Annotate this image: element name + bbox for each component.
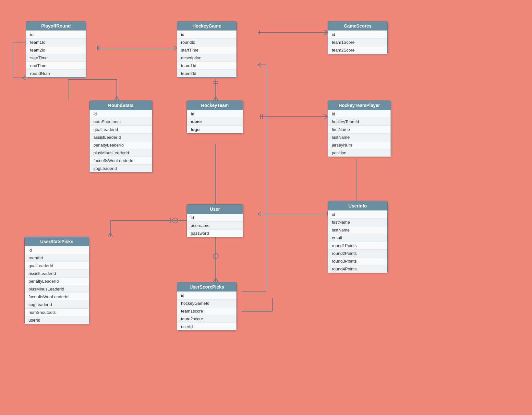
field-playoffround-team2id: team2Id [26,46,86,54]
entity-userinfo-header: UserInfo [328,201,387,210]
field-hockeygame-description: description [177,54,236,62]
field-playoffround-id: id [26,30,86,38]
field-roundstats-assistleaderid: assistLeaderId [90,133,152,141]
svg-line-50 [258,65,261,67]
field-roundstats-plusminusleaderid: plusMinusLeaderId [90,149,152,157]
field-user-password: password [187,229,243,237]
entity-hockeyteam: HockeyTeam id name logo [187,101,243,134]
field-roundstats-sogleaderid: sogLeaderId [90,164,152,172]
field-userstatspicks-plusminusleaderid: plusMinusLeaderId [25,285,89,293]
field-userstatspicks-sogleaderid: sogLeaderId [25,301,89,308]
field-userscorepicks-userid: userId [177,323,236,330]
field-userinfo-round3points: round3Points [328,257,387,265]
field-userinfo-lastname: lastName [328,226,387,234]
entity-userstatspicks-header: UserStatsPicks [25,237,89,246]
entity-user-header: User [187,205,243,214]
field-hockeyteam-logo: logo [187,125,243,133]
field-userstatspicks-userid: userId [25,316,89,324]
svg-line-5 [174,48,177,50]
field-roundstats-id: id [90,110,152,118]
field-gamescores-team1score: team1Score [328,38,387,46]
field-userinfo-firstname: firstName [328,218,387,226]
field-playoffround-starttime: startTime [26,54,86,62]
svg-line-44 [216,278,218,282]
field-userstatspicks-id: id [25,246,89,254]
svg-line-18 [213,96,216,101]
svg-line-14 [115,96,117,101]
field-userstatspicks-numshoutouts: numShoutouts [25,308,89,316]
field-hockeyteamplayer-lastname: lastName [328,133,391,141]
entity-hockeyteamplayer-header: HockeyTeamPlayer [328,101,391,110]
entity-gamescores-header: GameScores [328,21,387,30]
field-hockeygame-team1id: team1Id [177,62,236,69]
svg-line-36 [258,212,261,214]
svg-line-49 [258,63,261,65]
field-gamescores-id: id [328,30,387,38]
svg-line-32 [108,232,110,237]
field-userinfo-email: email [328,234,387,242]
entity-userscorepicks-header: UserScorePicks [177,282,236,291]
entity-hockeyteam-header: HockeyTeam [187,101,243,110]
entity-user: User id username password [187,204,243,237]
field-user-username: username [187,221,243,229]
field-playoffround-team1id: team1Id [26,38,86,46]
field-userscorepicks-hockeygameid: hockeyGameId [177,299,236,307]
field-hockeygame-team2id: team2Id [177,69,236,77]
field-userinfo-round1points: round1Points [328,242,387,249]
svg-line-25 [324,114,328,117]
svg-line-26 [324,117,328,119]
svg-point-41 [213,254,218,259]
entity-roundstats: RoundStats id numShoutouts goalLeaderId … [89,101,152,172]
svg-line-3 [97,48,101,50]
field-userstatspicks-goalleaderid: goalLeaderId [25,262,89,269]
field-userscorepicks-team1score: team1score [177,307,236,315]
field-hockeygame-id: id [177,30,236,38]
field-roundstats-faceoffswonleaderid: faceoffsWonLeaderId [90,157,152,164]
field-hockeyteamplayer-hockeyteamid: hockeyTeamId [328,118,391,125]
field-userstatspicks-assistleaderid: assistLeaderId [25,269,89,277]
svg-point-30 [173,218,178,223]
entity-userinfo: UserInfo id firstName lastName email rou… [328,201,388,273]
field-hockeyteam-id: id [187,110,243,118]
entity-hockeygame-header: HockeyGame [177,21,236,30]
field-roundstats-numshoutouts: numShoutouts [90,118,152,125]
svg-line-37 [258,214,261,216]
svg-line-33 [110,232,113,237]
svg-line-58 [22,76,26,78]
field-hockeygame-starttime: startTime [177,46,236,54]
entity-roundstats-header: RoundStats [90,101,152,110]
svg-line-59 [22,78,26,80]
field-hockeyteamplayer-firstname: firstName [328,125,391,133]
svg-line-15 [117,96,119,101]
field-playoffround-endtime: endTime [26,62,86,69]
field-userinfo-round2points: round2Points [328,249,387,257]
field-hockeyteam-name: name [187,118,243,125]
field-gamescores-team2score: team2Score [328,46,387,54]
diagram-container: PlayoffRound id team1Id team2Id startTim… [0,0,532,415]
field-playoffround-roundnum: roundNum [26,69,86,77]
svg-line-43 [213,278,216,282]
field-userinfo-id: id [328,210,387,218]
field-hockeyteamplayer-id: id [328,110,391,118]
field-hockeygame-roundid: roundId [177,38,236,46]
field-user-id: id [187,214,243,221]
svg-line-8 [324,30,328,32]
field-userscorepicks-id: id [177,291,236,299]
field-roundstats-goalleaderid: goalLeaderId [90,125,152,133]
svg-line-9 [324,32,328,35]
field-userstatspicks-penaltyleaderid: penaltyLeaderId [25,277,89,285]
entity-playoffround-header: PlayoffRound [26,21,86,30]
entity-playoffround: PlayoffRound id team1Id team2Id startTim… [26,21,86,77]
svg-line-19 [216,96,218,101]
entity-userscorepicks: UserScorePicks id hockeyGameId team1scor… [177,282,237,331]
field-userstatspicks-faceoffswonleaderid: faceoffsWonLeaderId [25,293,89,301]
svg-line-2 [97,46,101,48]
field-userscorepicks-team2score: team2score [177,315,236,323]
entity-userstatspicks: UserStatsPicks id roundId goalLeaderId a… [24,237,89,324]
field-userinfo-round4points: round4Points [328,265,387,273]
entity-hockeyteamplayer: HockeyTeamPlayer id hockeyTeamId firstNa… [328,101,391,157]
entity-hockeygame: HockeyGame id roundId startTime descript… [177,21,237,77]
entity-gamescores: GameScores id team1Score team2Score [328,21,388,54]
field-hockeyteamplayer-position: position [328,149,391,157]
field-roundstats-penaltyleaderid: penaltyLeaderId [90,141,152,149]
